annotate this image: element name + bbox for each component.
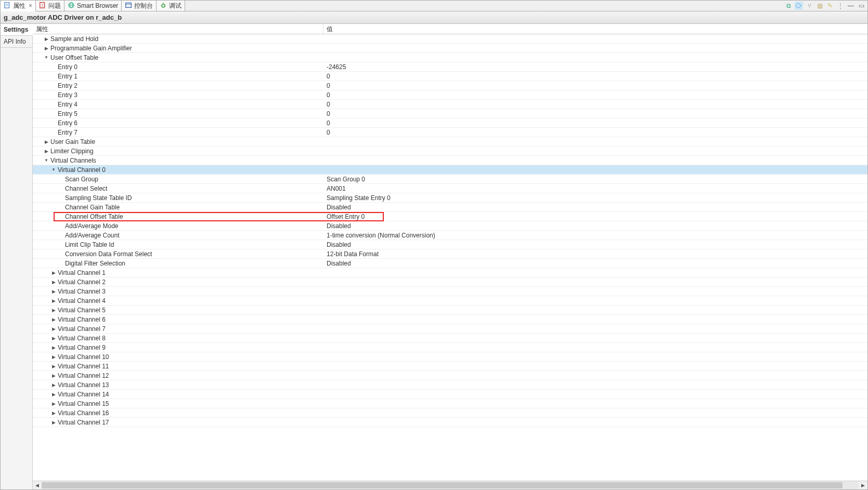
chevron-right-icon[interactable]: ▶ [50,298,57,303]
scroll-thumb[interactable] [42,482,843,488]
table-row[interactable]: ▶Limiter Clipping [33,147,867,156]
chevron-right-icon[interactable]: ▶ [50,345,57,350]
chevron-right-icon[interactable]: ▶ [50,326,57,332]
property-tree[interactable]: ▶Sample and Hold▶Programmable Gain Ampli… [33,34,867,481]
table-row[interactable]: Channel SelectAN001 [33,184,867,193]
table-row[interactable]: ▶Virtual Channel 15 [33,399,867,408]
view-tab-problems[interactable]: !问题 [36,1,64,11]
chevron-right-icon[interactable]: ▶ [50,289,57,294]
table-row[interactable]: ▶Virtual Channel 17 [33,418,867,427]
tree-icon[interactable]: ⧂ [795,2,803,10]
side-tab-settings[interactable]: Settings [1,24,33,36]
table-row[interactable]: Digital Filter SelectionDisabled [33,259,867,268]
property-value[interactable]: Offset Entry 0 [323,213,867,220]
view-tab-props[interactable]: 属性× [1,1,36,11]
table-row[interactable]: Add/Average Count1-time conversion (Norm… [33,231,867,240]
table-row[interactable]: ▶Sample and Hold [33,34,867,44]
scroll-right-icon[interactable]: ▶ [859,481,867,489]
table-row[interactable]: Limit Clip Table IdDisabled [33,240,867,249]
chevron-down-icon[interactable]: ▼ [43,158,49,163]
table-row[interactable]: ▼Virtual Channels [33,156,867,165]
property-value[interactable]: 0 [323,129,867,136]
menu-icon[interactable]: ⋮ [836,2,845,10]
table-row[interactable]: ▶Virtual Channel 4 [33,296,867,306]
view-tab-debug[interactable]: 调试 [157,1,185,11]
close-icon[interactable]: × [29,2,32,9]
property-value[interactable]: 12-bit Data Format [323,250,867,258]
table-row[interactable]: ▶Virtual Channel 5 [33,306,867,315]
table-row[interactable]: Entry 20 [33,81,867,90]
property-value[interactable]: 0 [323,91,867,99]
column-header-property[interactable]: 属性 [33,24,323,34]
chevron-right-icon[interactable]: ▶ [50,354,57,360]
property-value[interactable]: 0 [323,110,867,117]
scroll-track[interactable] [42,481,859,489]
chevron-right-icon[interactable]: ▶ [50,420,57,425]
property-value[interactable]: 0 [323,82,867,89]
table-row[interactable]: Entry 50 [33,109,867,118]
table-row[interactable]: ▶Virtual Channel 2 [33,277,867,287]
table-row[interactable]: Entry 10 [33,72,867,81]
property-value[interactable]: Disabled [323,222,867,230]
chevron-right-icon[interactable]: ▶ [50,336,57,341]
table-row[interactable]: Entry 60 [33,118,867,128]
table-row[interactable]: ▶Virtual Channel 8 [33,334,867,343]
table-row[interactable]: ▶Virtual Channel 10 [33,352,867,362]
table-row[interactable]: Conversion Data Format Select12-bit Data… [33,249,867,259]
view-tab-console[interactable]: 控制台 [122,1,157,11]
chevron-right-icon[interactable]: ▶ [50,410,57,416]
table-row[interactable]: Entry 70 [33,128,867,137]
property-value[interactable]: 0 [323,120,867,127]
table-row[interactable]: ▶Virtual Channel 3 [33,287,867,296]
property-value[interactable]: -24625 [323,63,867,71]
chevron-right-icon[interactable]: ▶ [50,401,57,406]
table-row[interactable]: ▶Virtual Channel 12 [33,371,867,380]
chevron-right-icon[interactable]: ▶ [43,149,49,154]
side-tab-api[interactable]: API Info [1,36,32,48]
new-view-icon[interactable]: ⧉ [784,2,793,10]
table-row[interactable]: ▼User Offset Table [33,53,867,62]
chevron-right-icon[interactable]: ▶ [50,270,57,275]
maximize-icon[interactable]: ▭ [857,2,865,10]
table-row[interactable]: Entry 30 [33,90,867,100]
categories-icon[interactable]: ▦ [815,2,824,10]
table-row[interactable]: ▶Virtual Channel 1 [33,268,867,277]
filter-icon[interactable]: ⑂ [805,2,813,10]
chevron-right-icon[interactable]: ▶ [50,382,57,388]
table-row[interactable]: Entry 40 [33,100,867,109]
chevron-right-icon[interactable]: ▶ [50,308,57,313]
property-value[interactable]: Sampling State Entry 0 [323,194,867,202]
view-tab-smart[interactable]: Smart Browser [64,1,122,11]
property-value[interactable]: 0 [323,73,867,80]
chevron-down-icon[interactable]: ▼ [43,55,49,60]
property-value[interactable]: Disabled [323,204,867,211]
horizontal-scrollbar[interactable]: ◀ ▶ [33,481,867,489]
table-row[interactable]: ▶Virtual Channel 7 [33,324,867,334]
chevron-right-icon[interactable]: ▶ [43,36,49,42]
property-value[interactable]: Disabled [323,241,867,248]
property-value[interactable]: Disabled [323,260,867,267]
property-value[interactable]: AN001 [323,185,867,192]
pin-icon[interactable]: ✎ [826,2,834,10]
table-row[interactable]: ▶Virtual Channel 13 [33,380,867,390]
chevron-right-icon[interactable]: ▶ [43,139,49,144]
table-row[interactable]: ▶Virtual Channel 14 [33,390,867,399]
table-row[interactable]: ▶Programmable Gain Amplifier [33,44,867,53]
table-row[interactable]: ▼Virtual Channel 0 [33,165,867,175]
table-row[interactable]: ▶Virtual Channel 16 [33,408,867,418]
column-header-value[interactable]: 值 [323,24,867,34]
property-value[interactable]: 1-time conversion (Normal Conversion) [323,232,867,239]
minimize-icon[interactable]: — [847,2,855,10]
table-row[interactable]: Add/Average ModeDisabled [33,221,867,231]
table-row[interactable]: ▶Virtual Channel 6 [33,315,867,324]
chevron-right-icon[interactable]: ▶ [50,392,57,397]
table-row[interactable]: Scan GroupScan Group 0 [33,175,867,184]
property-value[interactable]: Scan Group 0 [323,176,867,183]
chevron-right-icon[interactable]: ▶ [50,373,57,378]
chevron-right-icon[interactable]: ▶ [43,46,49,51]
property-value[interactable]: 0 [323,101,867,108]
table-row[interactable]: ▶User Gain Table [33,137,867,147]
chevron-down-icon[interactable]: ▼ [50,167,57,172]
table-row[interactable]: ▶Virtual Channel 9 [33,343,867,352]
chevron-right-icon[interactable]: ▶ [50,280,57,285]
